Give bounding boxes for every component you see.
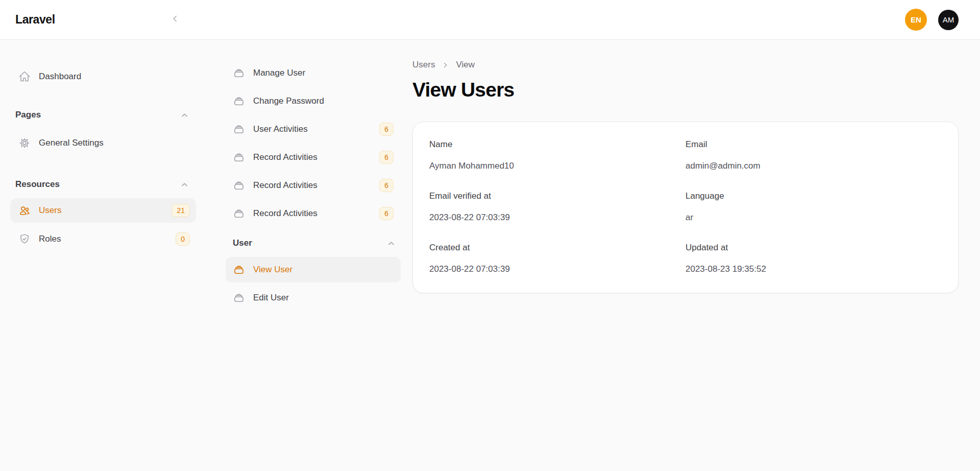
submenu-item-label: Manage User (253, 68, 305, 78)
submenu-item-label: User Activities (253, 124, 308, 134)
archive-box-icon (233, 292, 245, 304)
main-sidebar: Dashboard Pages General Settings Resourc… (0, 40, 209, 471)
sidebar-item-label: Users (39, 205, 61, 216)
resource-submenu: Manage User Change Password User Activit… (209, 40, 404, 471)
submenu-item-label: View User (253, 265, 292, 275)
submenu-item-record-activities-1[interactable]: Record Activities 6 (226, 145, 401, 170)
submenu-item-change-password[interactable]: Change Password (226, 88, 401, 114)
field-value: 2023-08-23 19:35:52 (685, 263, 942, 275)
chevron-up-icon (387, 239, 396, 248)
breadcrumb: Users View (412, 58, 959, 72)
submenu-section-user[interactable]: User (226, 236, 401, 251)
field-label: Email verified at (429, 190, 685, 202)
main-content: Users View View Users Name Ayman Mohamme… (404, 40, 980, 471)
user-details-card: Name Ayman Mohammed10 Email admin@admin.… (412, 122, 959, 293)
field-label: Name (429, 138, 685, 151)
submenu-item-manage-user[interactable]: Manage User (226, 60, 401, 86)
topbar-actions: EN AM (905, 9, 959, 31)
sidebar-section-pages[interactable]: Pages (10, 107, 196, 123)
section-label: Pages (15, 110, 41, 120)
sidebar-item-roles[interactable]: Roles 0 (10, 227, 196, 251)
field-email: Email admin@admin.com (685, 138, 942, 172)
gear-icon (18, 137, 31, 149)
submenu-item-label: Change Password (253, 96, 324, 106)
sidebar-item-general-settings[interactable]: General Settings (10, 131, 196, 155)
shield-check-icon (18, 233, 31, 245)
archive-box-icon (233, 207, 245, 220)
field-value: ar (685, 211, 942, 224)
activities-count-badge: 6 (379, 207, 394, 220)
activities-count-badge: 6 (379, 179, 394, 192)
field-value: Ayman Mohammed10 (429, 160, 685, 172)
field-value: 2023-08-22 07:03:39 (429, 263, 685, 275)
sidebar-item-label: General Settings (39, 138, 104, 148)
field-label: Email (685, 138, 942, 151)
field-updated-at: Updated at 2023-08-23 19:35:52 (685, 242, 942, 275)
field-label: Language (685, 190, 942, 202)
section-label: Resources (15, 179, 60, 190)
chevron-up-icon (180, 180, 189, 189)
field-email-verified-at: Email verified at 2023-08-22 07:03:39 (429, 190, 685, 224)
archive-box-icon (233, 264, 245, 276)
chevron-up-icon (180, 111, 189, 120)
field-label: Updated at (685, 242, 942, 254)
home-icon (18, 70, 31, 83)
archive-box-icon (233, 179, 245, 192)
breadcrumb-current: View (456, 60, 475, 70)
archive-box-icon (233, 151, 245, 163)
page-title: View Users (412, 78, 959, 102)
section-label: User (233, 238, 252, 248)
archive-box-icon (233, 95, 245, 107)
language-switcher-button[interactable]: EN (905, 9, 927, 31)
activities-count-badge: 6 (379, 151, 394, 164)
sidebar-item-users[interactable]: Users 21 (10, 198, 196, 223)
submenu-item-record-activities-3[interactable]: Record Activities 6 (226, 201, 401, 226)
field-language: Language ar (685, 190, 942, 224)
chevron-left-icon (171, 14, 182, 26)
chevron-right-icon (442, 61, 449, 69)
submenu-item-label: Record Activities (253, 152, 317, 162)
users-icon (18, 204, 31, 217)
submenu-item-label: Record Activities (253, 180, 317, 191)
submenu-item-label: Edit User (253, 293, 289, 303)
archive-box-icon (233, 67, 245, 79)
user-avatar[interactable]: AM (938, 10, 959, 30)
sidebar-item-label: Dashboard (39, 72, 81, 82)
submenu-item-record-activities-2[interactable]: Record Activities 6 (226, 173, 401, 198)
archive-box-icon (233, 123, 245, 135)
sidebar-section-resources[interactable]: Resources (10, 177, 196, 192)
app-logo: Laravel (15, 13, 166, 27)
submenu-item-view-user[interactable]: View User (226, 257, 401, 282)
breadcrumb-users-link[interactable]: Users (412, 60, 435, 70)
submenu-item-label: Record Activities (253, 208, 317, 219)
sidebar-item-label: Roles (39, 234, 61, 244)
sidebar-collapse-button[interactable] (166, 10, 187, 30)
activities-count-badge: 6 (379, 123, 394, 136)
topbar: Laravel EN AM (0, 0, 980, 40)
users-count-badge: 21 (172, 204, 190, 217)
roles-count-badge: 0 (176, 232, 190, 246)
field-name: Name Ayman Mohammed10 (429, 138, 685, 172)
sidebar-item-dashboard[interactable]: Dashboard (10, 64, 196, 89)
submenu-item-edit-user[interactable]: Edit User (226, 285, 401, 311)
submenu-item-user-activities[interactable]: User Activities 6 (226, 116, 401, 142)
field-value: 2023-08-22 07:03:39 (429, 211, 685, 224)
field-label: Created at (429, 242, 685, 254)
field-value: admin@admin.com (685, 160, 942, 172)
field-created-at: Created at 2023-08-22 07:03:39 (429, 242, 685, 275)
